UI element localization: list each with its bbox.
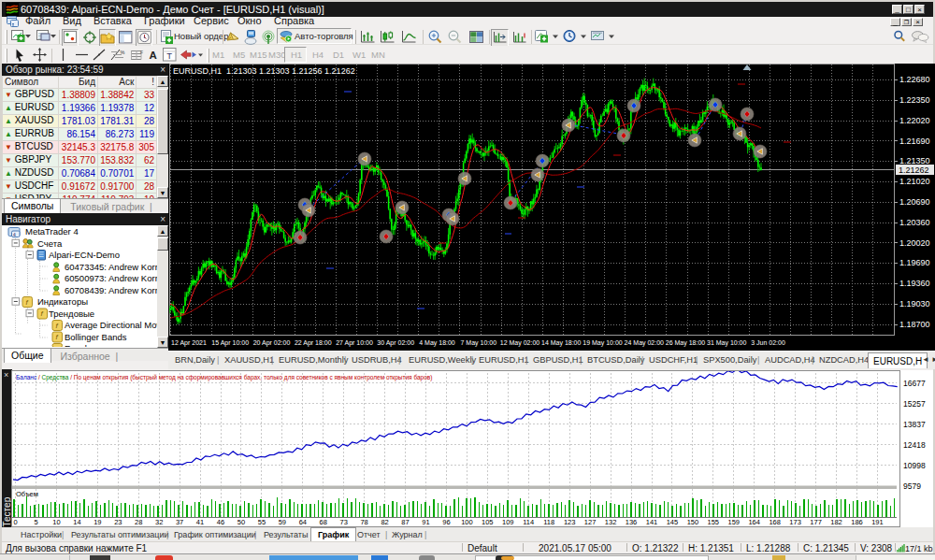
svg-text:91: 91 bbox=[422, 518, 429, 526]
svg-text:1.21262: 1.21262 bbox=[899, 165, 929, 175]
svg-text:182: 182 bbox=[830, 518, 842, 526]
svg-text:15 Apr 10:00: 15 Apr 10:00 bbox=[211, 339, 249, 347]
svg-text:1.19030: 1.19030 bbox=[899, 299, 930, 309]
svg-text:23: 23 bbox=[114, 518, 122, 526]
svg-text:Трендовые: Трендовые bbox=[49, 309, 94, 319]
svg-text:41: 41 bbox=[196, 518, 204, 526]
svg-text:60500973: Andrew Kornish: 60500973: Andrew Kornish bbox=[65, 273, 168, 283]
svg-text:186: 186 bbox=[851, 518, 863, 526]
svg-text:Индикаторы: Индикаторы bbox=[37, 296, 88, 307]
svg-text:19: 19 bbox=[94, 518, 101, 526]
svg-text:1.22020: 1.22020 bbox=[899, 116, 930, 125]
svg-text:68: 68 bbox=[320, 518, 327, 526]
svg-text:191: 191 bbox=[871, 518, 884, 526]
svg-text:114: 114 bbox=[523, 518, 534, 526]
svg-text:100: 100 bbox=[461, 518, 473, 526]
svg-text:9579: 9579 bbox=[903, 481, 921, 491]
svg-text:16677: 16677 bbox=[903, 379, 926, 388]
svg-text:37: 37 bbox=[176, 518, 183, 526]
svg-text:150: 150 bbox=[687, 518, 699, 526]
svg-text:%: % bbox=[121, 50, 125, 55]
svg-text:123: 123 bbox=[564, 518, 576, 526]
svg-text:132: 132 bbox=[605, 518, 617, 526]
svg-text:30 Apr 02:00: 30 Apr 02:00 bbox=[377, 339, 414, 347]
svg-text:1.20360: 1.20360 bbox=[899, 218, 930, 227]
svg-text:Объем: Объем bbox=[16, 490, 38, 498]
svg-text:87: 87 bbox=[401, 518, 409, 526]
svg-text:1.22350: 1.22350 bbox=[899, 95, 930, 105]
svg-text:105: 105 bbox=[482, 518, 494, 526]
svg-text:Average Directional Mover: Average Directional Mover bbox=[65, 320, 168, 330]
svg-text:F: F bbox=[140, 50, 143, 55]
svg-text:109: 109 bbox=[502, 518, 514, 526]
svg-text:Счета: Счета bbox=[37, 238, 63, 249]
svg-text:1.20690: 1.20690 bbox=[899, 197, 930, 207]
svg-text:46: 46 bbox=[217, 518, 224, 526]
svg-text:20 Apr 02:00: 20 Apr 02:00 bbox=[253, 339, 291, 347]
svg-text:Alpari-ECN-Demo: Alpari-ECN-Demo bbox=[49, 250, 120, 260]
svg-text:19 May 10:00: 19 May 10:00 bbox=[583, 339, 623, 347]
svg-text:MetaTrader 4: MetaTrader 4 bbox=[25, 226, 79, 237]
svg-text:T: T bbox=[166, 50, 172, 61]
svg-text:32: 32 bbox=[155, 518, 163, 526]
svg-text:64: 64 bbox=[299, 518, 307, 526]
svg-text:4: 4 bbox=[13, 232, 16, 237]
svg-text:50: 50 bbox=[237, 518, 245, 526]
svg-text:31 May 10:00: 31 May 10:00 bbox=[707, 339, 747, 347]
svg-text:1.20020: 1.20020 bbox=[899, 238, 930, 248]
svg-text:Envelopes: Envelopes bbox=[65, 343, 107, 347]
svg-text:173: 173 bbox=[789, 518, 801, 526]
svg-text:164: 164 bbox=[748, 518, 760, 526]
svg-text:145: 145 bbox=[667, 518, 679, 526]
svg-text:82: 82 bbox=[381, 518, 388, 526]
svg-text:15257: 15257 bbox=[903, 399, 926, 409]
svg-text:EURUSD,H1 1.21303 1.21303 1.2: EURUSD,H1 1.21303 1.21303 1.21256 1.2126… bbox=[173, 66, 355, 76]
svg-text:59: 59 bbox=[279, 518, 286, 526]
svg-text:10: 10 bbox=[52, 518, 60, 526]
svg-text:60708439: Andrew Kornish: 60708439: Andrew Kornish bbox=[65, 285, 168, 295]
svg-text:96: 96 bbox=[442, 518, 450, 526]
svg-text:1.19690: 1.19690 bbox=[899, 258, 930, 267]
svg-text:118: 118 bbox=[543, 518, 554, 526]
svg-text:14 May 18:00: 14 May 18:00 bbox=[541, 339, 582, 347]
svg-text:4 May 18:00: 4 May 18:00 bbox=[419, 339, 455, 347]
svg-text:55: 55 bbox=[258, 518, 266, 526]
svg-text:1.21020: 1.21020 bbox=[899, 177, 930, 186]
svg-text:1.22680: 1.22680 bbox=[899, 75, 930, 84]
svg-text:3 Jun 02:00: 3 Jun 02:00 bbox=[751, 339, 785, 346]
svg-text:Баланс / Средства / По ценам о: Баланс / Средства / По ценам открытия (б… bbox=[16, 374, 432, 381]
svg-text:141: 141 bbox=[646, 518, 658, 526]
svg-text:177: 177 bbox=[810, 518, 822, 526]
svg-text:14: 14 bbox=[73, 518, 80, 526]
svg-text:13837: 13837 bbox=[903, 420, 926, 429]
svg-text:5: 5 bbox=[34, 518, 37, 526]
svg-text:A: A bbox=[150, 50, 157, 61]
svg-text:7 May 10:00: 7 May 10:00 bbox=[461, 339, 497, 347]
svg-text:60473345: Andrew Kornish: 60473345: Andrew Kornish bbox=[65, 262, 168, 272]
svg-text:127: 127 bbox=[584, 518, 597, 526]
svg-text:73: 73 bbox=[340, 518, 348, 526]
svg-text:28: 28 bbox=[135, 518, 142, 526]
svg-text:1.18700: 1.18700 bbox=[899, 320, 930, 329]
svg-text:168: 168 bbox=[769, 518, 781, 526]
svg-text:0: 0 bbox=[13, 518, 17, 526]
svg-text:1.19360: 1.19360 bbox=[899, 279, 930, 288]
svg-text:24 May 02:00: 24 May 02:00 bbox=[625, 339, 665, 347]
svg-text:12 Apr 2021: 12 Apr 2021 bbox=[171, 339, 207, 347]
svg-text:1.21690: 1.21690 bbox=[899, 136, 930, 146]
svg-text:12 May 02:00: 12 May 02:00 bbox=[500, 339, 540, 347]
svg-text:Bollinger Bands: Bollinger Bands bbox=[65, 332, 127, 342]
svg-text:27 Apr 10:00: 27 Apr 10:00 bbox=[336, 339, 373, 347]
svg-text:155: 155 bbox=[708, 518, 720, 526]
svg-text:159: 159 bbox=[728, 518, 741, 526]
svg-text:78: 78 bbox=[360, 518, 367, 526]
svg-text:136: 136 bbox=[626, 518, 638, 526]
svg-text:12418: 12418 bbox=[903, 440, 926, 450]
svg-text:22 Apr 18:00: 22 Apr 18:00 bbox=[295, 339, 332, 347]
svg-text:10998: 10998 bbox=[903, 461, 926, 470]
svg-text:26 May 18:00: 26 May 18:00 bbox=[666, 339, 706, 347]
